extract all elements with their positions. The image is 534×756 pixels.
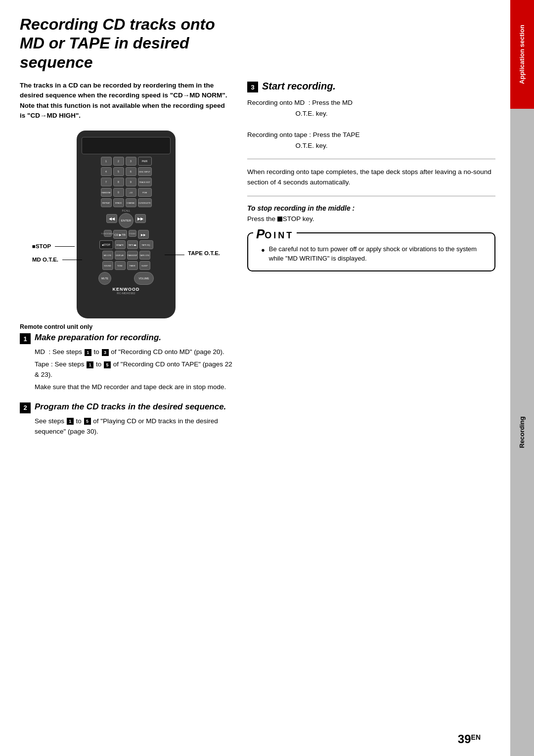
sidebar: Application section Recording (510, 0, 534, 756)
remote-key: RANDOM (101, 188, 112, 197)
step-1-section: 1 Make preparation for recording. MD : S… (20, 332, 232, 393)
remote-row-2: 4 5 6 DISC INPUT (80, 167, 173, 176)
remote-key: 2 (113, 157, 124, 166)
inline-step-1: 1 (85, 349, 91, 356)
remote-key: TUNER/BAND (104, 230, 112, 237)
remote-label-pcall: P.CALL (119, 209, 134, 212)
remote-key-tapefwd: TAPE◀▶ (127, 240, 138, 249)
step-2-body: See steps 1 to 5 of "Playing CD or MD tr… (20, 416, 232, 437)
right-column: 3 Start recording. Recording onto MD : P… (247, 81, 495, 446)
remote-control-label: Remote control unit only (20, 323, 232, 330)
remote-spacer (113, 272, 133, 285)
page-num-suffix: EN (471, 733, 481, 741)
step-2-title: Program the CD tracks in the desired seq… (35, 401, 226, 412)
inline-step-1c: 1 (67, 418, 74, 425)
step-2-line-1: See steps 1 to 5 of "Playing CD or MD tr… (35, 416, 232, 437)
remote-key: 6 (126, 167, 136, 176)
bullet-dot: ● (261, 245, 265, 264)
remote-key-tapeote: TAPE OTE (139, 251, 150, 260)
label-md-ote: MD O.T.E. (32, 257, 82, 263)
remote-key: PGM (138, 188, 152, 197)
step-2-section: 2 Program the CD tracks in the desired s… (20, 401, 232, 437)
remote-key: 8 (113, 178, 124, 186)
remote-key: 7 (101, 178, 112, 186)
remote-key-enter: ENTER (119, 213, 134, 228)
remote-key-mute: MUTE (98, 272, 111, 285)
remote-row-4: RANDOM 0 +10 PGM (80, 188, 173, 197)
point-body: ● Be careful not to turn power off or ap… (256, 244, 487, 264)
remote-key-sleep: SLEEP (139, 261, 150, 270)
step-3-number: 3 (247, 82, 258, 92)
step-2-header: 2 Program the CD tracks in the desired s… (20, 401, 232, 413)
remote-key: FM/AM (129, 230, 136, 237)
page-number: 39EN (458, 732, 481, 746)
remote-row-5: REPEAT SPACE CHARAC CLR/DELETE (80, 198, 173, 207)
tapeote-label-text: TAPE O.T.E. (188, 250, 220, 256)
remote-key-mdote: MD OTE (102, 251, 113, 260)
stop-middle-header: To stop recording in the middle : (247, 204, 495, 212)
remote-brand: KENWOOD (80, 287, 173, 292)
step-1-line-3: Make sure that the MD recorder and tape … (35, 382, 232, 393)
remote-display (82, 137, 171, 154)
intro-paragraph: The tracks in a CD can be recorded by re… (20, 81, 227, 121)
remote-key-tone: TONE (115, 261, 126, 270)
remote-key: 3 (126, 157, 136, 166)
remote-row-3: 7 8 9 TRACK EDT (80, 178, 173, 186)
auto-stop-text: When recording onto tape completes, the … (247, 167, 495, 188)
recording-details: Recording onto MD : Press the MD O.T.E. … (247, 97, 495, 151)
divider-2 (247, 196, 495, 196)
divider-1 (247, 159, 495, 159)
remote-key-tapeeq: TAPE EQ. (139, 240, 153, 249)
sidebar-top-text: Application section (518, 25, 527, 84)
step-2-number: 2 (20, 402, 31, 413)
remote-row-transport2: ■STOP MD▶TB TAPE◀▶ TAPE EQ. (80, 240, 173, 249)
remote-key-mdtb: MD▶TB (115, 240, 126, 249)
recording-md-row: Recording onto MD : Press the MD O.T.E. … (247, 97, 495, 119)
remote-key: DISC INPUT (138, 167, 152, 176)
inline-step-1b: 1 (87, 361, 93, 368)
main-content: Recording CD tracks onto MD or TAPE in d… (0, 0, 510, 756)
remote-key-power: PWR (138, 157, 152, 166)
step-1-header: 1 Make preparation for recording. (20, 332, 232, 344)
remote-key: 1 (101, 157, 112, 166)
step-1-line-1: MD : See steps 1 to 3 of "Recording CD o… (35, 347, 232, 357)
remote-row-mute: MUTE VOLUME (80, 272, 173, 285)
remote-key: ▶▶ (138, 230, 149, 239)
page-container: Recording CD tracks onto MD or TAPE in d… (0, 0, 534, 756)
remote-row-transport1: TUNER/BAND CD ▶TB FM/AM ▶▶ (80, 230, 173, 239)
step-1-title: Make preparation for recording. (35, 332, 161, 343)
step-1-number: 1 (20, 333, 31, 344)
remote-key: CHARAC (126, 198, 136, 207)
sidebar-top: Application section (510, 0, 534, 109)
step-3-header: 3 Start recording. (247, 81, 495, 92)
stop-label-text: ■STOP (32, 243, 51, 249)
inline-step-5b: 5 (84, 418, 91, 425)
point-bullet: ● Be careful not to turn power off or ap… (256, 244, 487, 264)
point-header: POINT (253, 226, 297, 242)
page-title: Recording CD tracks onto MD or TAPE in d… (20, 15, 232, 72)
remote-key: TRACK EDT (138, 178, 152, 186)
remote-key: 0 (113, 188, 124, 197)
remote-key-timer: TIMER (127, 261, 138, 270)
step-1-line-2: Tape : See steps 1 to 5 of "Recording CD… (35, 359, 232, 380)
step-3-title: Start recording. (262, 81, 336, 92)
nav-center: P.CALL ENTER (119, 209, 134, 228)
remote-key-cdplay: CD ▶TB (113, 230, 127, 239)
mdote-label-text: MD O.T.E. (32, 257, 58, 263)
remote-key: 5 (113, 167, 124, 176)
inline-step-5: 5 (104, 361, 111, 368)
point-p-letter: P (256, 226, 265, 241)
remote-key-volume: VOLUME (134, 272, 154, 285)
page-num-large: 39 (458, 732, 471, 746)
remote-model: RC-MDX0302 (80, 292, 173, 295)
remote-key-stop: ■STOP (99, 240, 113, 249)
remote-key-sound: SOUND (102, 261, 113, 270)
remote-key-timedisplay: TIME/DISP (127, 251, 138, 260)
remote-control-image: 1 2 3 PWR 4 5 6 DISC INPUT 7 (77, 131, 176, 318)
stop-middle-body: Press the STOP key. (247, 215, 495, 222)
nav-cluster: ◀◀ P.CALL ENTER ▶▶ (80, 209, 173, 228)
inline-step-3: 3 (102, 349, 109, 356)
remote-row-ote: MD OTE DISPLAY TIME/DISP TAPE OTE (80, 251, 173, 260)
left-column: The tracks in a CD can be recorded by re… (20, 81, 232, 446)
remote-key: CLR/DELETE (138, 198, 152, 207)
